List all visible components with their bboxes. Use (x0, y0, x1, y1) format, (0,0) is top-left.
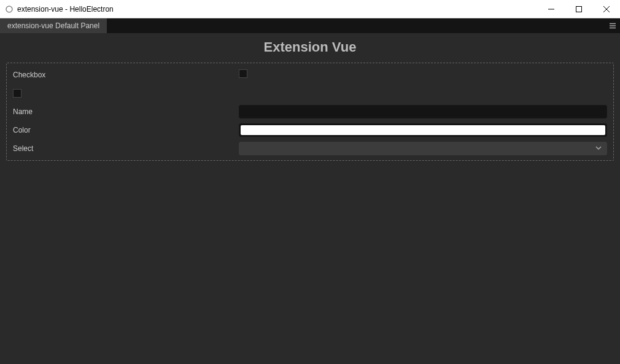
name-field (239, 105, 607, 118)
checkbox-row: Checkbox (13, 68, 607, 82)
color-label: Color (13, 126, 239, 134)
panel-box: Checkbox Name Color Select (6, 63, 614, 161)
tab-default-panel[interactable]: extension-vue Default Panel (0, 18, 107, 33)
select-field-wrap (239, 142, 607, 155)
app-icon (5, 5, 14, 14)
svg-point-0 (6, 6, 12, 12)
name-input[interactable] (239, 105, 607, 118)
color-row: Color (13, 123, 607, 137)
panel-title: Extension Vue (0, 33, 620, 63)
name-label: Name (13, 107, 239, 116)
window-titlebar: extension-vue - HelloElectron (0, 0, 620, 18)
svg-rect-2 (576, 7, 581, 12)
select-input[interactable] (239, 142, 607, 155)
chevron-down-icon (595, 144, 602, 153)
color-input[interactable] (239, 123, 607, 137)
select-row: Select (13, 142, 607, 155)
maximize-button[interactable] (565, 0, 592, 18)
panel-menu-button[interactable] (605, 18, 620, 33)
color-field-wrap (239, 123, 607, 137)
window-title: extension-vue - HelloElectron (17, 5, 114, 14)
close-button[interactable] (592, 0, 620, 18)
secondary-checkbox-row (13, 87, 607, 100)
menu-icon (609, 22, 616, 29)
checkbox-label: Checkbox (13, 71, 239, 79)
checkbox-input[interactable] (239, 69, 247, 78)
tabs-bar: extension-vue Default Panel (0, 18, 620, 33)
checkbox-field (239, 69, 607, 80)
minimize-button[interactable] (537, 0, 565, 18)
titlebar-left: extension-vue - HelloElectron (5, 5, 114, 14)
secondary-checkbox-input[interactable] (13, 89, 21, 98)
content-area: Extension Vue Checkbox Name Color (0, 33, 620, 364)
window-controls (537, 0, 620, 18)
color-swatch (241, 125, 605, 135)
name-row: Name (13, 105, 607, 118)
select-label: Select (13, 144, 239, 153)
